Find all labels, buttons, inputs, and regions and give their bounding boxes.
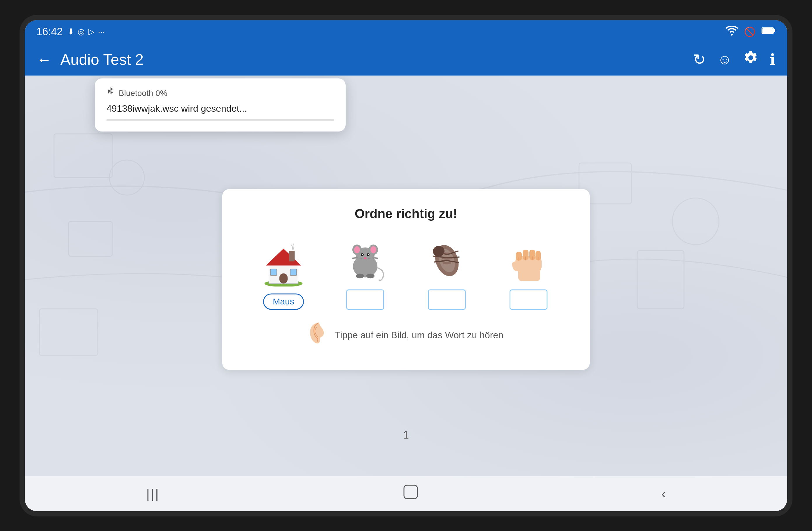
notification-popup: Bluetooth 0% 49138iwwjak.wsc wird gesend… <box>95 78 346 132</box>
house-image[interactable] <box>260 242 307 286</box>
caterpillar-svg <box>426 240 467 281</box>
svg-rect-3 <box>54 134 112 178</box>
smile-button[interactable]: ☺ <box>717 51 732 68</box>
answer-tag-house: Maus <box>263 293 304 310</box>
notification-progress-bar <box>106 119 125 121</box>
tablet-frame: 16:42 ⬇ ◎ ▷ ··· 🚫 <box>19 15 793 516</box>
images-row: Maus <box>243 238 569 310</box>
status-time: 16:42 <box>37 26 63 38</box>
notification-progress-track <box>106 119 334 121</box>
blocked-icon: 🚫 <box>744 26 756 37</box>
hint-text: Tippe auf ein Bild, um das Wort zu hören <box>335 330 504 341</box>
circle-status-icon: ◎ <box>77 27 85 36</box>
answer-box-caterpillar[interactable] <box>428 289 466 310</box>
card-title: Ordne richtig zu! <box>243 206 569 221</box>
svg-point-22 <box>371 246 376 253</box>
svg-point-32 <box>356 274 364 278</box>
svg-rect-13 <box>289 251 294 261</box>
ear-icon <box>308 321 329 349</box>
app-bar-actions: ↻ ☺ ℹ <box>693 50 775 68</box>
battery-icon <box>762 26 775 37</box>
nav-home-button[interactable] <box>385 478 436 509</box>
refresh-button[interactable]: ↻ <box>693 51 706 68</box>
notification-title: Bluetooth 0% <box>119 89 168 98</box>
image-item-caterpillar[interactable] <box>423 238 470 310</box>
svg-point-25 <box>362 254 363 255</box>
bluetooth-icon <box>106 87 115 100</box>
answer-box-fist[interactable] <box>509 289 548 310</box>
mouse-image[interactable] <box>342 238 389 282</box>
caterpillar-image[interactable] <box>423 238 470 282</box>
answer-box-mouse[interactable] <box>346 289 384 310</box>
fist-image[interactable] <box>505 238 552 282</box>
ear-svg <box>308 321 329 345</box>
exercise-card: Ordne richtig zu! <box>222 189 590 370</box>
bottom-nav: ||| ‹ <box>25 476 787 511</box>
app-title: Audio Test 2 <box>60 51 684 68</box>
audio-hint: Tippe auf ein Bild, um das Wort zu hören <box>243 321 569 349</box>
svg-point-8 <box>110 160 144 195</box>
image-item-mouse[interactable] <box>342 238 389 310</box>
svg-point-21 <box>354 246 360 253</box>
svg-point-26 <box>368 254 369 255</box>
status-bar: 16:42 ⬇ ◎ ▷ ··· 🚫 <box>25 20 787 43</box>
play-status-icon: ▷ <box>88 27 95 36</box>
svg-rect-4 <box>69 221 112 256</box>
svg-point-9 <box>672 198 719 245</box>
house-svg <box>260 242 307 286</box>
svg-rect-1 <box>763 28 773 33</box>
svg-rect-7 <box>39 309 98 355</box>
nav-back-button[interactable]: ‹ <box>644 481 683 507</box>
home-icon <box>403 484 419 503</box>
app-bar: ← Audio Test 2 ↻ ☺ ℹ <box>25 43 787 75</box>
status-bar-right: 🚫 <box>725 26 775 38</box>
settings-button[interactable] <box>743 50 758 68</box>
svg-rect-54 <box>404 485 417 499</box>
dots-status-icon: ··· <box>98 27 105 36</box>
menu-icon: ||| <box>146 486 160 501</box>
svg-point-33 <box>366 274 375 278</box>
image-item-house[interactable]: Maus <box>260 242 307 310</box>
status-icons: ⬇ ◎ ▷ ··· <box>67 27 105 36</box>
back-button[interactable]: ← <box>37 51 52 68</box>
page-indicator: 1 <box>403 429 409 441</box>
back-nav-icon: ‹ <box>662 486 666 501</box>
wifi-icon <box>725 26 738 38</box>
svg-point-27 <box>364 257 367 259</box>
main-content: Bluetooth 0% 49138iwwjak.wsc wird gesend… <box>25 75 787 476</box>
mouse-svg <box>345 238 386 282</box>
image-item-fist[interactable] <box>505 238 552 310</box>
notification-message: 49138iwwjak.wsc wird gesendet... <box>106 103 334 114</box>
svg-marker-12 <box>266 248 301 265</box>
status-bar-left: 16:42 ⬇ ◎ ▷ ··· <box>37 26 105 38</box>
download-status-icon: ⬇ <box>67 27 74 36</box>
svg-rect-15 <box>270 269 277 275</box>
nav-menu-button[interactable]: ||| <box>129 481 177 507</box>
notification-header: Bluetooth 0% <box>106 87 334 100</box>
info-button[interactable]: ℹ <box>770 51 775 68</box>
fist-svg <box>509 238 548 282</box>
svg-rect-14 <box>279 273 288 283</box>
svg-rect-2 <box>774 29 775 32</box>
svg-rect-16 <box>290 269 296 275</box>
